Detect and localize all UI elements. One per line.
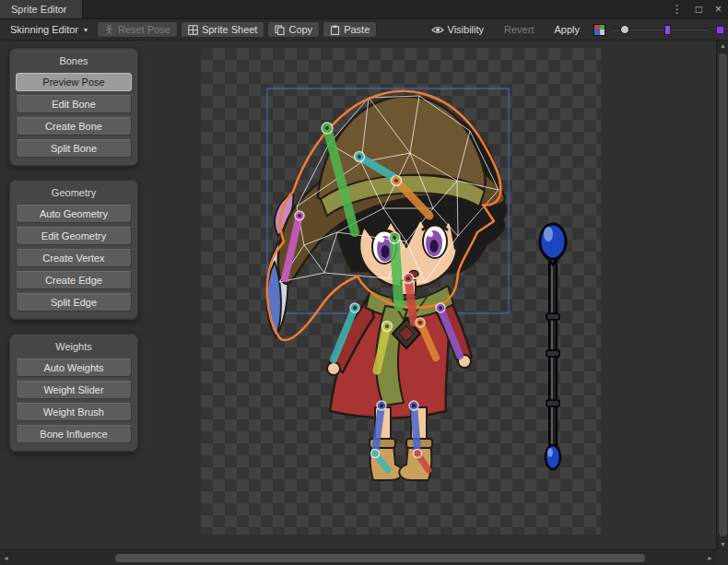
paste-icon <box>330 25 340 35</box>
bone-influence-button[interactable]: Bone Influence <box>16 425 132 443</box>
reset-pose-button[interactable]: Reset Pose <box>97 21 178 38</box>
apply-label: Apply <box>554 24 580 35</box>
create-edge-button[interactable]: Create Edge <box>16 271 132 289</box>
sprite-sheet-icon <box>188 25 198 35</box>
edit-bone-button[interactable]: Edit Bone <box>16 95 132 113</box>
bones-panel-title: Bones <box>16 55 132 66</box>
scroll-right-icon[interactable]: ► <box>707 555 713 561</box>
tool-panels: Bones Preview Pose Edit Bone Create Bone… <box>9 48 138 452</box>
geometry-panel-title: Geometry <box>16 187 132 198</box>
close-icon[interactable]: × <box>709 0 728 18</box>
auto-geometry-button[interactable]: Auto Geometry <box>16 205 132 223</box>
create-vertex-button[interactable]: Create Vertex <box>16 249 132 267</box>
reset-pose-label: Reset Pose <box>118 24 170 35</box>
scrollbar-corner <box>716 549 728 565</box>
sprite-editor-window: Sprite Editor ⋮ □ × Skinning Editor ▾ Re… <box>0 0 728 565</box>
toolbar-left: Skinning Editor ▾ Reset Pose Sprite Shee… <box>0 21 377 38</box>
revert-button[interactable]: Revert <box>498 22 540 37</box>
texture-color-chip[interactable] <box>716 26 724 34</box>
sprite-sheet-label: Sprite Sheet <box>202 24 258 35</box>
swatch-white <box>600 29 605 35</box>
vertical-scrollbar[interactable]: ▲ ▼ <box>716 41 728 549</box>
scroll-left-icon[interactable]: ◄ <box>3 555 9 561</box>
copy-label: Copy <box>288 24 312 35</box>
visibility-label: Visibility <box>448 24 485 35</box>
titlebar-spacer <box>83 0 665 18</box>
geometry-panel: Geometry Auto Geometry Edit Geometry Cre… <box>9 180 138 320</box>
zoom-slider-knob[interactable] <box>620 25 629 34</box>
tab-sprite-editor[interactable]: Sprite Editor <box>0 0 83 18</box>
visibility-toggle[interactable]: Visibility <box>425 22 491 37</box>
horizontal-scrollbar-thumb[interactable] <box>115 554 645 562</box>
auto-weights-button[interactable]: Auto Weights <box>16 359 132 377</box>
zoom-slider-handle[interactable] <box>664 25 671 35</box>
weight-brush-button[interactable]: Weight Brush <box>16 403 132 421</box>
window-title: Sprite Editor <box>11 4 67 15</box>
paste-label: Paste <box>344 24 370 35</box>
revert-label: Revert <box>504 24 534 35</box>
sprite-sheet-button[interactable]: Sprite Sheet <box>181 21 265 38</box>
chevron-down-icon: ▾ <box>84 26 88 34</box>
create-bone-button[interactable]: Create Bone <box>16 117 132 135</box>
toolbar-right: Visibility Revert Apply <box>425 22 728 37</box>
split-edge-button[interactable]: Split Edge <box>16 293 132 312</box>
split-bone-button[interactable]: Split Bone <box>16 139 132 158</box>
weights-panel: Weights Auto Weights Weight Slider Weigh… <box>9 334 138 452</box>
toolbar: Skinning Editor ▾ Reset Pose Sprite Shee… <box>0 19 728 41</box>
titlebar: Sprite Editor ⋮ □ × <box>0 0 728 19</box>
preview-pose-button[interactable]: Preview Pose <box>16 73 132 91</box>
skinning-editor-dropdown[interactable]: Skinning Editor ▾ <box>4 22 94 37</box>
reset-pose-icon <box>104 25 114 35</box>
apply-button[interactable]: Apply <box>547 22 586 37</box>
maximize-icon[interactable]: □ <box>689 0 709 18</box>
paste-button[interactable]: Paste <box>323 21 377 38</box>
staff-sprite <box>540 224 566 469</box>
vertical-scrollbar-thumb[interactable] <box>719 53 727 536</box>
horizontal-scrollbar[interactable]: ◄ ► <box>0 549 716 565</box>
character-sprite <box>266 97 506 480</box>
weights-panel-title: Weights <box>16 341 132 352</box>
color-swatch-icon[interactable] <box>593 24 605 36</box>
weight-slider-button[interactable]: Weight Slider <box>16 381 132 399</box>
zoom-slider[interactable] <box>613 23 709 36</box>
eye-icon <box>431 25 444 35</box>
kebab-menu-icon[interactable]: ⋮ <box>665 0 689 18</box>
copy-icon <box>275 25 285 35</box>
scroll-down-icon[interactable]: ▼ <box>720 541 726 547</box>
copy-button[interactable]: Copy <box>267 21 320 38</box>
edit-geometry-button[interactable]: Edit Geometry <box>16 227 132 245</box>
sprite-canvas[interactable]: Bones Preview Pose Edit Bone Create Bone… <box>0 41 716 549</box>
bones-panel: Bones Preview Pose Edit Bone Create Bone… <box>9 48 138 166</box>
mode-label: Skinning Editor <box>10 24 78 35</box>
scroll-up-icon[interactable]: ▲ <box>720 42 726 49</box>
